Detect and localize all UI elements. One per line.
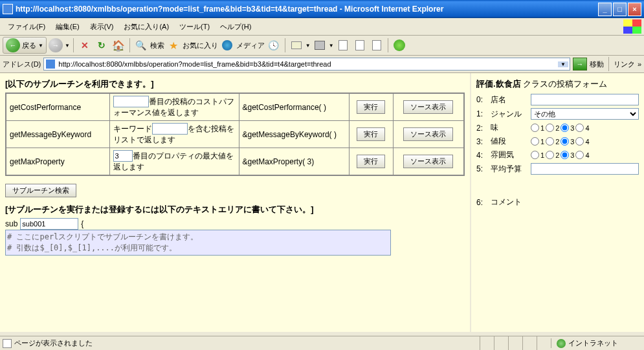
execute-button[interactable]: 実行 — [357, 127, 385, 141]
radio-3[interactable] — [561, 137, 569, 146]
source-button[interactable]: ソース表示 — [403, 127, 453, 141]
print-button[interactable] — [312, 38, 328, 53]
go-button[interactable]: → — [573, 58, 587, 71]
media-label: メディア — [236, 41, 265, 50]
forward-button[interactable]: → — [48, 38, 63, 53]
radio-4[interactable] — [575, 137, 584, 146]
favorites-button[interactable]: ★ — [166, 38, 181, 53]
shop-name-input[interactable] — [531, 94, 639, 105]
radio-3[interactable] — [561, 124, 569, 132]
refresh-button[interactable]: ↻ — [94, 38, 109, 53]
forward-dropdown-icon[interactable]: ▼ — [65, 43, 70, 49]
sub-keyword: sub — [5, 219, 17, 228]
search-icon: 🔍 — [135, 40, 146, 50]
source-button[interactable]: ソース表示 — [403, 100, 453, 114]
search-button[interactable]: 🔍 — [133, 38, 149, 53]
field-num: 0: — [476, 95, 487, 104]
stop-button[interactable]: ✕ — [77, 38, 93, 53]
mail-button[interactable] — [289, 38, 304, 53]
radio-2[interactable] — [546, 151, 554, 159]
execute-button[interactable]: 実行 — [357, 155, 385, 168]
refresh-icon: ↻ — [98, 40, 105, 50]
discuss-button[interactable] — [352, 38, 368, 53]
links-label[interactable]: リンク — [614, 60, 635, 69]
menu-file[interactable]: ファイル(F) — [3, 21, 50, 33]
zone-label: イントラネット — [568, 338, 618, 348]
menu-favorites[interactable]: お気に入り(A) — [118, 21, 174, 33]
menu-tools[interactable]: ツール(T) — [174, 21, 215, 33]
address-dropdown-icon[interactable]: ▼ — [558, 61, 568, 67]
menu-edit[interactable]: 編集(E) — [50, 21, 85, 33]
home-button[interactable]: 🏠 — [111, 38, 126, 53]
field-num: 3: — [476, 137, 487, 146]
field-label: ジャンル — [491, 109, 527, 120]
sub-desc: キーワードを含む投稿をリストで返します — [109, 121, 239, 148]
address-url[interactable]: http://localhost:8080/xmlbbs/operation?m… — [56, 60, 558, 68]
table-row: getCostPerformance 番目の投稿のコストパフォーマンス値を返しま… — [6, 93, 464, 121]
right-frame: 評価.飲食店 クラスの投稿フォーム 0:店名 1:ジャンルその他 2:味1234… — [471, 73, 644, 332]
radio-3[interactable] — [561, 151, 569, 159]
mood-radio-group: 1234 — [531, 151, 590, 159]
maximize-button[interactable]: □ — [613, 3, 627, 16]
field-label: 平均予算 — [491, 164, 527, 175]
status-cell — [480, 336, 494, 351]
menu-view[interactable]: 表示(V) — [85, 21, 119, 33]
sub-arg-input[interactable] — [113, 96, 149, 107]
radio-2[interactable] — [546, 137, 554, 146]
menubar: ファイル(F) 編集(E) 表示(V) お気に入り(A) ツール(T) ヘルプ(… — [0, 18, 644, 36]
radio-4[interactable] — [575, 151, 584, 159]
intranet-icon — [557, 339, 566, 348]
media-button[interactable] — [219, 38, 235, 53]
history-icon: 🕓 — [268, 40, 279, 50]
address-input[interactable]: http://localhost:8080/xmlbbs/operation?m… — [43, 58, 570, 71]
sub-name: getMessageByKeyword — [6, 121, 109, 148]
status-cell — [494, 336, 508, 351]
mail-dropdown-icon[interactable]: ▼ — [305, 43, 311, 49]
edit-icon — [339, 40, 348, 50]
radio-1[interactable] — [531, 151, 539, 159]
sub-arg-input[interactable] — [152, 123, 188, 135]
search-label: 検索 — [150, 41, 164, 50]
menu-help[interactable]: ヘルプ(H) — [215, 21, 256, 33]
minimize-button[interactable]: _ — [598, 3, 612, 16]
field-label: コメント — [491, 197, 527, 208]
icq-button[interactable] — [392, 38, 407, 53]
sub-arg-input[interactable] — [113, 150, 133, 162]
field-num: 2: — [476, 124, 487, 133]
back-dropdown-icon[interactable]: ▼ — [38, 43, 43, 49]
messenger-button[interactable] — [369, 38, 384, 53]
radio-2[interactable] — [546, 124, 554, 132]
address-label: アドレス(D) — [3, 60, 41, 69]
genre-select[interactable]: その他 — [531, 108, 639, 120]
budget-input[interactable] — [531, 163, 639, 175]
media-icon — [222, 40, 232, 50]
toolbar: ← 戻る ▼ → ▼ ✕ ↻ 🏠 🔍 検索 ★ お気に入り メディア 🕓 ▼ ▼ — [0, 36, 644, 56]
back-arrow-icon: ← — [6, 38, 20, 52]
close-button[interactable]: × — [628, 3, 641, 16]
taste-radio-group: 1234 — [531, 124, 590, 132]
radio-4[interactable] — [575, 124, 584, 132]
ie-icon — [3, 4, 13, 14]
messenger-icon — [372, 40, 381, 50]
home-icon: 🏠 — [112, 39, 125, 52]
field-label: 値段 — [491, 136, 527, 147]
status-cell — [537, 336, 551, 351]
back-button[interactable]: ← 戻る ▼ — [3, 37, 47, 54]
favorites-label: お気に入り — [183, 41, 218, 50]
status-cell — [522, 336, 537, 351]
radio-1[interactable] — [531, 137, 539, 146]
links-chevron-icon[interactable]: » — [638, 60, 641, 68]
table-row: getMessageByKeyword キーワードを含む投稿をリストで返します … — [6, 121, 464, 148]
source-button[interactable]: ソース表示 — [403, 155, 453, 168]
subroutine-search-button[interactable]: サブルーチン検索 — [5, 184, 76, 197]
left-frame: [以下のサブルーチンを利用できます。] getCostPerformance 番… — [0, 73, 471, 332]
edit-button[interactable] — [335, 38, 351, 53]
discuss-icon — [355, 40, 364, 50]
print-dropdown-icon[interactable]: ▼ — [329, 43, 334, 49]
radio-1[interactable] — [531, 124, 539, 132]
subroutine-textarea[interactable] — [5, 230, 391, 256]
sub-name-input[interactable] — [20, 218, 78, 230]
field-num: 1: — [476, 109, 487, 118]
history-button[interactable]: 🕓 — [266, 38, 282, 53]
execute-button[interactable]: 実行 — [357, 100, 385, 114]
